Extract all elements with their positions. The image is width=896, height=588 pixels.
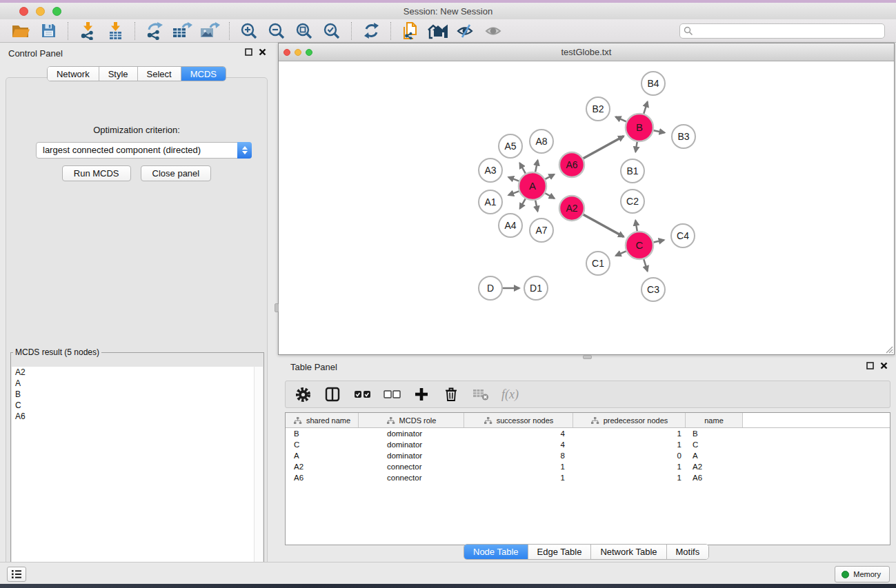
home-button[interactable] — [426, 21, 450, 41]
refresh-button[interactable] — [359, 21, 383, 41]
network-close-button[interactable] — [283, 49, 290, 56]
export-network-button[interactable] — [143, 21, 166, 41]
table-row[interactable]: Adominator80A — [286, 450, 890, 461]
network-canvas[interactable]: AA1A2A3A4A5A6A7A8BB1B2B3B4CC1C2C3C4DD1 — [279, 61, 894, 354]
network-view-window: testGlobe.txt AA1A2A3A4A5A6A7A8BB1B2B3B4… — [278, 43, 895, 355]
mcds-result-list[interactable]: A2ABCA6 — [12, 367, 263, 585]
column-header-predecessor-nodes[interactable]: predecessor nodes — [573, 413, 686, 427]
delete-column-button[interactable] — [442, 385, 460, 403]
table-row[interactable]: A6connector11A6 — [286, 472, 890, 483]
show-graphics-button[interactable] — [481, 21, 505, 41]
close-panel-icon[interactable] — [880, 362, 888, 369]
attribute-tree-icon — [484, 416, 492, 425]
eye-icon — [484, 23, 503, 39]
column-header-name[interactable]: name — [686, 413, 743, 427]
table-cell: 0 — [573, 452, 686, 460]
result-scrollbar[interactable] — [254, 367, 263, 585]
result-item[interactable]: C — [12, 400, 263, 411]
export-image-button[interactable] — [198, 21, 221, 41]
close-panel-icon[interactable] — [259, 48, 266, 56]
node-table[interactable]: shared nameMCDS rolesuccessor nodesprede… — [285, 412, 890, 545]
table-cell: connector — [359, 474, 464, 482]
table-settings-button[interactable] — [294, 385, 312, 403]
import-network-button[interactable] — [76, 21, 99, 41]
tab-select[interactable]: Select — [138, 67, 181, 81]
column-header-successor-nodes[interactable]: successor nodes — [464, 413, 573, 427]
graph-node-label: B — [636, 121, 643, 133]
minimize-window-button[interactable] — [36, 7, 45, 16]
tab-node-table[interactable]: Node Table — [464, 545, 528, 559]
column-header-shared-name[interactable]: shared name — [286, 413, 359, 427]
delete-table-button[interactable] — [472, 385, 490, 403]
zoom-fit-button[interactable] — [292, 21, 316, 41]
zoom-in-button[interactable] — [237, 21, 261, 41]
result-item[interactable]: A — [12, 378, 263, 389]
function-builder-button[interactable]: f(x) — [501, 385, 519, 403]
optimization-criterion-select[interactable]: largest connected component (directed) — [36, 142, 252, 159]
mcds-result-title: MCDS result (5 nodes) — [13, 347, 101, 357]
table-cell: 1 — [573, 440, 686, 449]
eye-slash-icon — [456, 23, 475, 39]
float-panel-icon[interactable] — [245, 48, 252, 56]
create-column-button[interactable] — [412, 385, 430, 403]
result-item[interactable]: A2 — [12, 367, 263, 378]
zoom-selected-button[interactable] — [320, 21, 344, 41]
hide-panels-button[interactable] — [454, 21, 477, 41]
window-resize-grip[interactable] — [884, 345, 893, 354]
select-all-columns-button[interactable] — [353, 385, 371, 403]
clone-network-icon — [401, 21, 419, 41]
vertical-splitter-handle[interactable] — [275, 303, 279, 312]
task-history-button[interactable] — [7, 567, 26, 582]
tab-motifs[interactable]: Motifs — [667, 545, 709, 559]
memory-button[interactable]: Memory — [835, 566, 890, 582]
attribute-tree-icon — [293, 416, 302, 425]
search-input[interactable] — [679, 23, 885, 39]
deselect-all-columns-button[interactable] — [383, 385, 401, 403]
result-item[interactable]: B — [12, 389, 263, 400]
result-item[interactable]: A6 — [12, 411, 263, 422]
zoom-window-button[interactable] — [52, 7, 61, 16]
export-table-icon — [172, 21, 192, 40]
run-mcds-button[interactable]: Run MCDS — [62, 165, 131, 181]
zoom-out-button[interactable] — [265, 21, 288, 41]
import-network-icon — [79, 21, 97, 40]
table-cell: 4 — [464, 440, 573, 449]
float-panel-icon[interactable] — [866, 362, 874, 369]
tab-network[interactable]: Network — [48, 67, 99, 81]
edge-C-C3 — [644, 259, 647, 271]
status-bar: Memory — [0, 562, 896, 584]
show-column-panel-button[interactable] — [323, 385, 341, 403]
tab-mcds[interactable]: MCDS — [181, 67, 226, 81]
attribute-tree-icon — [386, 416, 395, 425]
save-session-button[interactable] — [37, 21, 60, 41]
trash-icon — [444, 387, 458, 402]
tab-network-table[interactable]: Network Table — [591, 545, 666, 559]
close-window-button[interactable] — [19, 7, 28, 16]
open-session-button[interactable] — [9, 21, 32, 41]
network-window-titlebar[interactable]: testGlobe.txt — [279, 43, 894, 61]
table-cell: A — [286, 452, 359, 460]
fx-icon: f(x) — [501, 387, 519, 402]
table-cell: dominator — [359, 440, 464, 449]
table-row[interactable]: Bdominator41B — [286, 428, 890, 439]
search-field-wrap — [679, 23, 885, 39]
control-panel-tabs: NetworkStyleSelectMCDS — [47, 66, 226, 81]
table-cell: connector — [359, 463, 464, 471]
edge-A-A6 — [545, 174, 554, 179]
edge-B-B4 — [644, 102, 647, 114]
tab-style[interactable]: Style — [99, 67, 138, 81]
edge-A-A1 — [508, 191, 519, 195]
export-table-button[interactable] — [170, 21, 194, 41]
network-minimize-button[interactable] — [295, 49, 301, 56]
toolbar-separator — [135, 22, 135, 40]
clone-network-button[interactable] — [399, 21, 422, 41]
table-row[interactable]: A2connector11A2 — [286, 461, 890, 472]
tab-edge-table[interactable]: Edge Table — [528, 545, 592, 559]
column-label: MCDS role — [399, 416, 437, 425]
close-panel-button[interactable]: Close panel — [141, 165, 212, 181]
table-cell: B — [686, 429, 743, 438]
column-header-mcds-role[interactable]: MCDS role — [359, 413, 464, 427]
table-row[interactable]: Cdominator41C — [286, 439, 890, 450]
import-table-button[interactable] — [103, 21, 127, 41]
network-zoom-button[interactable] — [306, 49, 312, 56]
